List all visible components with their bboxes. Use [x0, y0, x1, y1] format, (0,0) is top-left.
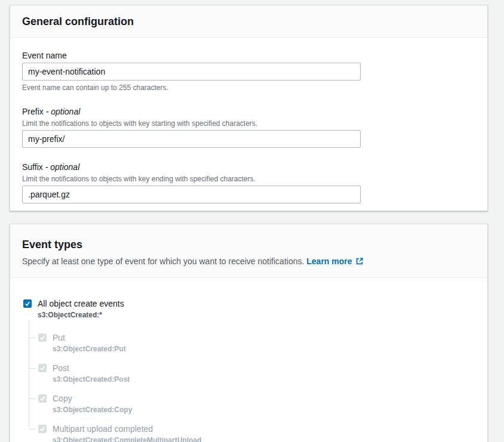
check-icon	[24, 301, 30, 307]
event-types-children: Put s3:ObjectCreated:Put Post s3:ObjectC…	[38, 320, 475, 442]
event-types-card: Event types Specify at least one type of…	[10, 224, 488, 442]
event-types-header: Event types Specify at least one type of…	[10, 224, 487, 278]
prefix-label-text: Prefix	[22, 107, 44, 116]
prefix-field: Prefix - optional Limit the notification…	[22, 106, 475, 148]
post-label: Post	[53, 362, 130, 374]
general-configuration-body: Event name Event name can contain up to …	[10, 38, 487, 215]
all-object-create-events-texts: All object create events s3:ObjectCreate…	[38, 298, 124, 320]
check-icon	[39, 365, 45, 371]
post-row: Post s3:ObjectCreated:Post	[38, 362, 475, 384]
suffix-description: Limit the notifications to objects with …	[22, 174, 475, 184]
event-name-input[interactable]	[22, 63, 361, 81]
multipart-upload-completed-texts: Multipart upload completed s3:ObjectCrea…	[53, 423, 201, 442]
all-object-create-events-label[interactable]: All object create events	[38, 298, 124, 310]
multipart-upload-completed-checkbox	[38, 425, 47, 433]
external-link-icon	[355, 257, 364, 265]
event-name-helper: Event name can contain up to 255 charact…	[22, 83, 475, 92]
check-icon	[39, 426, 45, 432]
general-configuration-title: General configuration	[22, 14, 475, 29]
all-object-create-events-checkbox[interactable]	[23, 299, 32, 308]
put-texts: Put s3:ObjectCreated:Put	[53, 332, 126, 354]
suffix-input[interactable]	[22, 186, 361, 203]
learn-more-link[interactable]: Learn more	[306, 256, 363, 266]
suffix-optional-text: - optional	[45, 162, 80, 172]
suffix-label: Suffix - optional	[22, 161, 475, 173]
prefix-description: Limit the notifications to objects with …	[22, 119, 475, 128]
multipart-upload-completed-row: Multipart upload completed s3:ObjectCrea…	[38, 423, 475, 442]
copy-row: Copy s3:ObjectCreated:Copy	[38, 392, 475, 415]
event-types-title: Event types	[22, 237, 475, 252]
suffix-field: Suffix - optional Limit the notification…	[22, 161, 475, 203]
check-icon	[39, 335, 45, 341]
put-row: Put s3:ObjectCreated:Put	[38, 332, 475, 354]
copy-label: Copy	[53, 392, 132, 404]
event-types-tree: All object create events s3:ObjectCreate…	[23, 298, 475, 442]
all-object-create-events-code: s3:ObjectCreated:*	[38, 310, 124, 320]
multipart-upload-completed-label: Multipart upload completed	[53, 423, 201, 435]
general-configuration-header: General configuration	[10, 5, 487, 38]
put-code: s3:ObjectCreated:Put	[53, 344, 126, 354]
learn-more-label: Learn more	[306, 256, 352, 266]
post-code: s3:ObjectCreated:Post	[53, 375, 130, 384]
put-label: Put	[53, 332, 126, 344]
prefix-label: Prefix - optional	[22, 106, 475, 118]
suffix-label-text: Suffix	[22, 162, 43, 172]
all-object-create-events-row: All object create events s3:ObjectCreate…	[23, 298, 475, 320]
general-configuration-card: General configuration Event name Event n…	[10, 5, 488, 211]
event-types-description-text: Specify at least one type of event for w…	[22, 256, 304, 266]
prefix-input[interactable]	[22, 130, 361, 148]
event-types-body: All object create events s3:ObjectCreate…	[10, 278, 487, 442]
copy-code: s3:ObjectCreated:Copy	[53, 405, 132, 415]
post-texts: Post s3:ObjectCreated:Post	[53, 362, 130, 384]
prefix-optional-text: - optional	[46, 107, 81, 116]
put-checkbox	[38, 333, 47, 342]
multipart-upload-completed-code: s3:ObjectCreated:CompleteMultipartUpload	[53, 435, 201, 442]
copy-checkbox	[38, 394, 47, 403]
copy-texts: Copy s3:ObjectCreated:Copy	[53, 392, 132, 415]
event-types-description: Specify at least one type of event for w…	[22, 255, 475, 267]
post-checkbox	[38, 364, 47, 372]
event-name-label: Event name	[22, 50, 475, 61]
check-icon	[39, 395, 45, 401]
event-name-field: Event name Event name can contain up to …	[22, 50, 475, 92]
